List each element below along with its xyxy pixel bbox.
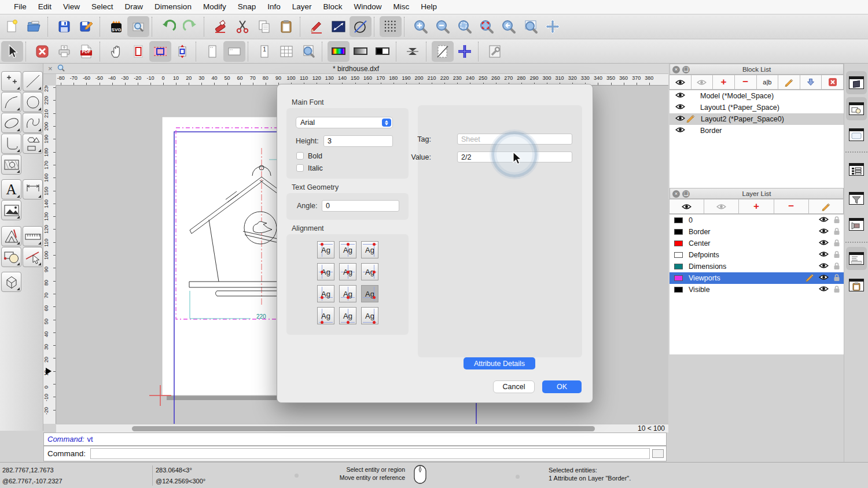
undo-icon[interactable]	[157, 16, 179, 37]
edit-layer-button[interactable]	[808, 199, 844, 214]
command-input[interactable]	[90, 448, 650, 459]
draw-frame-icon[interactable]	[127, 41, 149, 62]
command-expand-button[interactable]	[652, 449, 664, 458]
dock-filter-button[interactable]	[846, 187, 867, 210]
zoom-page-icon[interactable]	[297, 41, 319, 62]
menu-layer[interactable]: Layer	[286, 0, 318, 14]
layer-row[interactable]: Dimensions	[670, 261, 844, 272]
show-all-blocks-button[interactable]	[669, 75, 692, 90]
visibility-eye-icon[interactable]	[819, 239, 829, 247]
circle-tool[interactable]	[23, 92, 43, 112]
dock-pen-toolbar-button[interactable]	[846, 213, 867, 236]
ok-button[interactable]: OK	[542, 380, 582, 393]
print-preview-icon[interactable]	[127, 16, 149, 37]
save-as-icon[interactable]	[75, 16, 97, 37]
select-arrow-icon[interactable]	[1, 41, 23, 62]
page-landscape-icon[interactable]	[223, 41, 245, 62]
insert-block-button[interactable]	[800, 75, 822, 90]
page-portrait-icon[interactable]	[201, 41, 223, 62]
block-list-detach-icon[interactable]: ❑	[682, 66, 690, 73]
measure-tool[interactable]	[23, 226, 43, 246]
modify-tool[interactable]	[1, 247, 21, 267]
font-select[interactable]: Arial	[296, 117, 393, 128]
visibility-eye-icon[interactable]	[819, 251, 829, 259]
dock-clipboard-button[interactable]	[846, 273, 867, 297]
menu-snap[interactable]: Snap	[232, 0, 262, 14]
angle-field[interactable]	[322, 200, 399, 212]
visibility-eye-icon[interactable]	[819, 286, 829, 294]
selectline-tool[interactable]	[23, 247, 43, 267]
block-row[interactable]: Border	[670, 125, 844, 136]
alignment-cell-tc[interactable]: Ag	[339, 241, 356, 258]
spline-tool[interactable]	[23, 113, 43, 133]
menu-window[interactable]: Window	[348, 0, 388, 14]
alignment-cell-mc[interactable]: Ag	[339, 263, 356, 280]
pages-grid-icon[interactable]	[275, 41, 297, 62]
image-tool[interactable]	[1, 200, 21, 220]
italic-checkbox[interactable]	[296, 164, 304, 172]
layer-list-close-icon[interactable]: ×	[672, 190, 680, 198]
visibility-eye-icon[interactable]	[675, 92, 685, 100]
alignment-cell-tl[interactable]: Ag	[317, 241, 334, 258]
zoom-window-icon[interactable]	[520, 16, 542, 37]
dock-command-line-button[interactable]	[846, 247, 867, 270]
dock-list-button[interactable]	[846, 158, 867, 181]
block-row[interactable]: Layout1 (*Paper_Space)	[670, 102, 844, 113]
layer-row[interactable]: 0	[670, 215, 844, 226]
attribute-details-button[interactable]: Attribute Details	[464, 357, 535, 369]
block-row[interactable]: Layout2 (*Paper_Space0)	[670, 113, 844, 125]
layer-row[interactable]: Defpoints	[670, 249, 844, 261]
visibility-eye-icon[interactable]	[819, 228, 829, 236]
points-tool[interactable]	[1, 71, 21, 91]
lock-icon[interactable]	[833, 273, 840, 283]
svg-export-icon[interactable]: SVG	[105, 16, 127, 37]
layer-list-detach-icon[interactable]: ❑	[682, 190, 690, 198]
zoom-auto-icon[interactable]	[454, 16, 476, 37]
print-icon[interactable]	[53, 41, 75, 62]
edit-block-button[interactable]	[778, 75, 800, 90]
remove-block-button[interactable]: −	[734, 75, 757, 90]
dock-entity-edit-button[interactable]	[846, 97, 867, 120]
show-all-layers-button[interactable]	[669, 199, 704, 214]
alignment-cell-mr[interactable]: Ag	[361, 263, 378, 280]
zoom-previous-icon[interactable]	[498, 16, 520, 37]
menu-misc[interactable]: Misc	[388, 0, 415, 14]
alignment-cell-ml[interactable]: Ag	[317, 263, 334, 280]
zoom-pan-icon[interactable]	[542, 16, 564, 37]
alignment-cell-bl[interactable]: Ag	[317, 285, 334, 302]
visibility-eye-icon[interactable]	[675, 127, 685, 135]
edit-attributes-icon[interactable]	[306, 16, 328, 37]
dock-viewport-button[interactable]	[846, 123, 867, 146]
visibility-eye-icon[interactable]	[819, 274, 829, 282]
copy-icon[interactable]	[253, 16, 275, 37]
visibility-eye-icon[interactable]	[819, 216, 829, 224]
lineweight-icon[interactable]	[402, 41, 424, 62]
visibility-eye-icon[interactable]	[819, 263, 829, 271]
hide-all-layers-button[interactable]	[704, 199, 739, 214]
draft-mode-icon[interactable]	[432, 41, 454, 62]
cancel-button[interactable]: Cancel	[493, 380, 535, 393]
ellipse-tool[interactable]	[1, 113, 21, 133]
bold-checkbox[interactable]	[296, 152, 304, 160]
block-row[interactable]: Model (*Model_Space)	[670, 90, 844, 102]
gray-bar-icon[interactable]	[350, 41, 372, 62]
zoom-in-icon[interactable]	[410, 16, 432, 37]
height-field[interactable]	[323, 135, 393, 147]
line-tool[interactable]	[23, 71, 43, 91]
block-list-close-icon[interactable]: ×	[672, 66, 680, 73]
alignment-cell-bbc[interactable]: Ag	[339, 307, 356, 324]
cut-icon[interactable]	[231, 16, 253, 37]
add-layer-button[interactable]: +	[738, 199, 774, 214]
redo-icon[interactable]	[179, 16, 201, 37]
lock-icon[interactable]	[833, 227, 840, 237]
save-icon[interactable]	[53, 16, 75, 37]
preferences-icon[interactable]	[484, 41, 506, 62]
crosshair-icon[interactable]	[454, 41, 476, 62]
alignment-cell-bbl[interactable]: Ag	[317, 307, 334, 324]
new-file-icon[interactable]	[1, 16, 23, 37]
lock-icon[interactable]	[833, 239, 840, 249]
dimension-tool[interactable]	[23, 179, 43, 199]
lock-icon[interactable]	[833, 262, 840, 272]
lock-icon[interactable]	[833, 250, 840, 260]
paste-icon[interactable]	[275, 16, 297, 37]
